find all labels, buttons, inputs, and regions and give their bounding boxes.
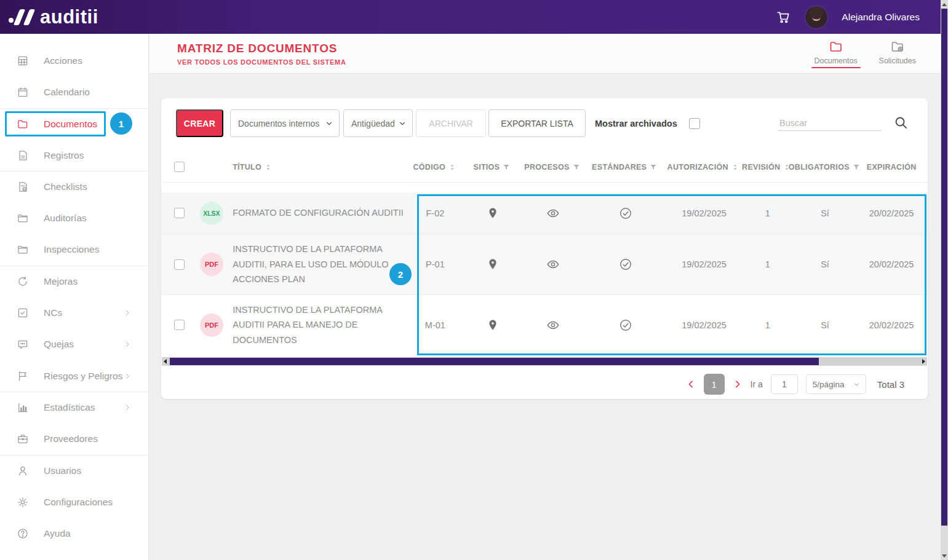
- scroll-down-arrow-icon[interactable]: [942, 554, 947, 558]
- vertical-scrollbar[interactable]: [941, 0, 948, 560]
- auditii-logo[interactable]: auditii: [9, 6, 98, 28]
- scroll-up-arrow-icon[interactable]: [942, 3, 947, 6]
- help-icon: [17, 527, 29, 540]
- refresh-icon: [17, 275, 29, 288]
- row-checkbox[interactable]: [174, 320, 185, 330]
- row-checkbox[interactable]: [174, 259, 185, 270]
- age-filter-select[interactable]: Antigüedad: [343, 109, 413, 137]
- sidebar-item-usuarios[interactable]: Usuarios: [0, 455, 148, 486]
- tab-solicitudes[interactable]: Solicitudes: [879, 39, 916, 68]
- user-avatar[interactable]: [805, 6, 828, 29]
- vertical-scrollbar-thumb[interactable]: [941, 9, 947, 526]
- chevron-right-icon: [124, 309, 131, 317]
- sidebar-item-auditorias[interactable]: Auditorías: [0, 202, 148, 234]
- sort-icon[interactable]: [264, 163, 273, 172]
- page-size-select[interactable]: 5/página: [806, 374, 866, 394]
- pagination: 1 Ir a 5/página Total 3: [161, 371, 928, 398]
- column-autorizacion[interactable]: AUTORIZACIÓN: [667, 163, 739, 172]
- page-size-value: 5/página: [813, 380, 845, 389]
- row-checkbox[interactable]: [174, 208, 185, 218]
- logo-dot-icon: [9, 18, 14, 23]
- column-procesos[interactable]: PROCESOS: [522, 163, 583, 172]
- column-revision[interactable]: REVISIÓN: [739, 163, 794, 172]
- sidebar-item-label: Ayuda: [44, 528, 71, 539]
- scroll-left-arrow-icon[interactable]: [164, 359, 167, 364]
- document-title[interactable]: INSTRUCTIVO DE LA PLATAFORMA AUDITII PAR…: [233, 302, 408, 348]
- folder-plus-icon: [890, 39, 905, 54]
- callout-1-badge: 1: [110, 112, 132, 135]
- toolbar: CREAR Documentos internos Antigüedad ARC…: [176, 109, 928, 137]
- sidebar-item-configuraciones[interactable]: Configuraciones: [0, 486, 148, 518]
- search-icon[interactable]: [894, 116, 908, 130]
- sidebar-item-calendario[interactable]: Calendario: [0, 76, 148, 108]
- user-name[interactable]: Alejandra Olivares: [842, 12, 920, 23]
- sidebar-item-inspecciones[interactable]: Inspecciones: [0, 234, 148, 266]
- create-button[interactable]: CREAR: [176, 109, 223, 137]
- chevron-right-icon: [124, 404, 131, 411]
- sidebar-item-ayuda[interactable]: Ayuda: [0, 518, 148, 549]
- chat-icon: [17, 338, 29, 350]
- document-title[interactable]: FORMATO DE CONFIGURACIÓN AUDITII: [233, 205, 403, 221]
- sort-icon[interactable]: [448, 163, 456, 172]
- cart-icon[interactable]: [775, 9, 791, 25]
- callout-2-badge: 2: [389, 263, 412, 285]
- search-input[interactable]: [778, 116, 882, 131]
- file-icon: [17, 149, 29, 162]
- sidebar-item-registros[interactable]: Registros: [0, 140, 148, 171]
- sort-icon[interactable]: [731, 163, 739, 172]
- sidebar-item-ncs[interactable]: NCs: [0, 297, 148, 328]
- file-check-icon: [17, 181, 29, 193]
- horizontal-scrollbar[interactable]: [162, 357, 927, 366]
- archive-button[interactable]: ARCHIVAR: [416, 109, 486, 137]
- column-obligatorios[interactable]: OBLIGATORIOS: [794, 163, 855, 172]
- filter-icon[interactable]: [502, 163, 511, 172]
- filter-icon[interactable]: [572, 163, 581, 172]
- table-header: TÍTULO CÓDIGO SITIOS PROCESOS ESTÁNDARES…: [161, 152, 928, 183]
- column-estandares[interactable]: ESTÁNDARES: [583, 163, 667, 172]
- sidebar-item-estadisticas[interactable]: Estadísticas: [0, 392, 148, 423]
- show-archived-label: Mostrar archivados: [595, 119, 677, 128]
- sidebar-item-label: Inspecciones: [44, 244, 99, 255]
- xlsx-badge: XLSX: [200, 202, 223, 225]
- filter-icon[interactable]: [649, 163, 658, 172]
- age-filter-value: Antigüedad: [351, 119, 395, 128]
- column-expiracion[interactable]: EXPIRACIÓN: [855, 163, 928, 172]
- pdf-badge: PDF: [200, 253, 223, 276]
- page-title: MATRIZ DE DOCUMENTOS: [177, 42, 346, 55]
- show-archived-checkbox[interactable]: [689, 118, 700, 129]
- column-titulo[interactable]: TÍTULO: [233, 163, 407, 172]
- sidebar-item-label: Auditorías: [44, 213, 87, 224]
- tab-label: Documentos: [814, 57, 857, 65]
- document-title[interactable]: INSTRUCTIVO DE LA PLATAFORMA AUDITII, PA…: [233, 242, 408, 287]
- top-bar: auditii Alejandra Olivares: [0, 0, 948, 34]
- horizontal-scrollbar-thumb[interactable]: [170, 358, 819, 365]
- next-page-icon[interactable]: [733, 379, 743, 389]
- sidebar-item-quejas[interactable]: Quejas: [0, 329, 148, 360]
- select-all-checkbox[interactable]: [174, 162, 185, 172]
- sidebar-item-label: Riesgos y Peligros: [44, 371, 122, 382]
- sidebar-item-checklists[interactable]: Checklists: [0, 171, 148, 202]
- scroll-right-arrow-icon[interactable]: [922, 359, 925, 364]
- export-list-button[interactable]: EXPORTAR LISTA: [488, 109, 586, 137]
- gear-icon: [17, 496, 29, 508]
- folder-tab-icon: [17, 243, 29, 256]
- column-codigo[interactable]: CÓDIGO: [408, 163, 462, 172]
- chevron-right-icon: [124, 341, 131, 348]
- logo-text: auditii: [40, 6, 98, 28]
- page-number-button[interactable]: 1: [704, 374, 725, 395]
- tab-documentos[interactable]: Documentos: [811, 39, 861, 68]
- callout-1-highlight-box: [5, 111, 106, 136]
- document-type-select[interactable]: Documentos internos: [230, 109, 340, 137]
- sidebar-item-proveedores[interactable]: Proveedores: [0, 424, 148, 455]
- previous-page-icon[interactable]: [686, 379, 696, 389]
- page-subtitle: VER TODOS LOS DOCUMENTOS DEL SISTEMA: [177, 58, 346, 66]
- sidebar-item-mejoras[interactable]: Mejoras: [0, 266, 148, 297]
- sidebar-item-label: Quejas: [44, 339, 74, 350]
- sidebar-item-riesgos[interactable]: Riesgos y Peligros: [0, 360, 148, 392]
- goto-page-input[interactable]: [771, 374, 798, 394]
- chevron-right-icon: [124, 373, 131, 380]
- chevron-down-icon: [398, 119, 407, 128]
- document-type-value: Documentos internos: [238, 119, 319, 128]
- sidebar-item-acciones[interactable]: Acciones: [0, 45, 148, 76]
- column-sitios[interactable]: SITIOS: [462, 163, 522, 172]
